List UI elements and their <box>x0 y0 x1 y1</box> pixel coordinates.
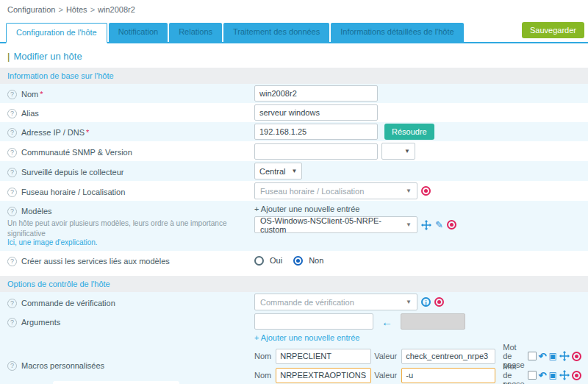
move-icon[interactable] <box>421 220 431 230</box>
field-row-snmp: ? Communauté SNMP & Version ▼ <box>0 141 588 161</box>
macro-value-input[interactable] <box>401 349 495 364</box>
check-command-select[interactable]: Commande de vérification▼ <box>254 294 417 310</box>
help-icon[interactable]: ? <box>7 109 17 118</box>
tab-host-details[interactable]: Informations détaillées de l'hôte <box>331 23 463 42</box>
tab-bar: Configuration de l'hôteNotificationRelat… <box>0 23 588 43</box>
poller-label: Surveillé depuis le collecteur <box>21 168 123 177</box>
breadcrumb-item[interactable]: Configuration <box>7 5 55 14</box>
macro-value-input[interactable] <box>401 368 495 383</box>
help-icon[interactable]: ? <box>7 257 17 266</box>
template-select[interactable]: OS-Windows-NSClient-05-NRPE-custom▼ <box>254 216 417 233</box>
tab-notification[interactable]: Notification <box>109 23 168 42</box>
check-command-label: Commande de vérification <box>21 299 115 307</box>
field-row-address: ? Adresse IP / DNS* Résoudre <box>0 122 588 141</box>
field-row-timezone: ? Fuseau horaire / Localisation Fuseau h… <box>0 181 588 201</box>
help-icon[interactable]: ? <box>7 299 17 308</box>
snmp-label: Communauté SNMP & Version <box>21 148 132 157</box>
password-checkbox[interactable] <box>528 352 537 360</box>
address-input[interactable] <box>254 124 378 140</box>
templates-label: Modèles <box>21 207 52 216</box>
timezone-label: Fuseau horaire / Localisation <box>21 188 125 196</box>
edit-icon[interactable]: ✎ <box>435 220 443 230</box>
field-row-name: ? Nom* <box>0 84 588 103</box>
templates-example-link[interactable]: Ici, une image d'explication. <box>7 238 98 246</box>
macro-row: Nom Valeur Mot de passe ↶ ▣ <box>254 366 581 384</box>
radio-non[interactable] <box>293 256 303 266</box>
help-icon[interactable]: ? <box>7 318 17 327</box>
field-row-arguments: ? Arguments ← <box>0 312 588 331</box>
help-icon[interactable]: ? <box>7 128 17 138</box>
templates-add-entry-link[interactable]: + Ajouter une nouvelle entrée <box>254 205 581 213</box>
alias-input[interactable] <box>254 104 378 121</box>
chevron-down-icon: ▼ <box>404 148 410 154</box>
field-row-poller: ? Surveillé depuis le collecteur Central… <box>0 161 588 181</box>
tab-data-processing[interactable]: Traitement des données <box>223 23 329 42</box>
radio-oui-label: Oui <box>270 256 282 265</box>
section-control-header: Options de contrôle de l'hôte <box>0 276 588 292</box>
field-row-templates: ? Modèles Un hôte peut avoir plusieurs m… <box>0 201 588 251</box>
macro-password-label: Mot de passe <box>503 381 524 384</box>
macro-row: Nom Valeur Mot de passe ↶ ▣ <box>254 346 581 366</box>
chevron-down-icon: ▼ <box>291 168 297 174</box>
help-icon[interactable]: ? <box>7 148 17 157</box>
title-pipe: | <box>7 51 10 62</box>
macro-name-input[interactable] <box>276 368 371 383</box>
macro-name-input[interactable] <box>276 349 371 364</box>
breadcrumb-item-current: win2008r2 <box>98 5 135 14</box>
help-icon[interactable]: ? <box>7 90 17 99</box>
templates-description: Un hôte peut avoir plusieurs modèles, le… <box>7 218 254 238</box>
delete-icon[interactable] <box>572 352 581 361</box>
alias-label: Alias <box>21 109 39 118</box>
breadcrumb-item[interactable]: Hôtes <box>66 5 87 14</box>
help-icon[interactable]: ? <box>7 361 17 371</box>
snmp-community-input[interactable] <box>254 143 378 160</box>
delete-icon[interactable] <box>447 220 456 230</box>
tab-host-configuration[interactable]: Configuration de l'hôte <box>6 23 107 43</box>
macro-value-label: Valeur <box>374 352 397 360</box>
section-basic-header: Information de base sur l'hôte <box>0 68 588 84</box>
poller-select[interactable]: Central▼ <box>254 163 302 179</box>
name-label: Nom <box>21 90 38 99</box>
password-checkbox[interactable] <box>528 371 537 380</box>
delete-icon[interactable] <box>572 371 581 380</box>
help-icon[interactable]: ? <box>7 168 17 177</box>
address-label: Adresse IP / DNS <box>21 128 85 137</box>
snmp-version-select[interactable]: ▼ <box>381 143 415 160</box>
delete-icon[interactable] <box>421 186 431 196</box>
inherit-icon[interactable]: ▣ <box>548 371 556 380</box>
arguments-input[interactable] <box>254 313 373 330</box>
undo-icon[interactable]: ↶ <box>539 371 547 380</box>
arrow-left-icon[interactable]: ← <box>381 316 392 328</box>
help-icon[interactable]: ? <box>7 188 17 197</box>
macros-block: ? Macros personnalisées Hérité depuis un… <box>0 345 588 384</box>
macros-label: Macros personnalisées <box>21 361 104 371</box>
resolve-button[interactable]: Résoudre <box>384 124 434 140</box>
delete-icon[interactable] <box>434 297 444 307</box>
move-icon[interactable] <box>559 370 570 380</box>
required-asterisk: * <box>86 128 89 137</box>
move-icon[interactable] <box>559 351 570 361</box>
radio-non-label: Non <box>309 256 323 265</box>
breadcrumb-separator: > <box>58 5 62 14</box>
macro-name-label: Nom <box>254 371 271 380</box>
breadcrumb: Configuration>Hôtes>win2008r2 <box>0 0 588 17</box>
field-row-create-services: ? Créer aussi les services liés aux modè… <box>0 251 588 270</box>
info-icon[interactable]: i <box>421 297 431 307</box>
argument-description-box <box>401 313 465 330</box>
macro-value-label: Valeur <box>374 371 397 380</box>
timezone-select[interactable]: Fuseau horaire / Localisation▼ <box>254 182 417 199</box>
help-icon[interactable]: ? <box>7 207 17 216</box>
undo-icon[interactable]: ↶ <box>539 352 547 361</box>
macro-add-entry-link[interactable]: + Ajouter une nouvelle entrée <box>0 331 588 345</box>
inherit-icon[interactable]: ▣ <box>548 352 556 360</box>
field-row-alias: ? Alias <box>0 103 588 122</box>
page-title: |Modifier un hôte <box>7 51 588 62</box>
tab-relations[interactable]: Relations <box>169 23 222 42</box>
create-services-label: Créer aussi les services liés aux modèle… <box>21 257 170 266</box>
radio-oui[interactable] <box>254 256 264 266</box>
required-asterisk: * <box>40 90 43 99</box>
save-button[interactable]: Sauvegarder <box>522 22 584 38</box>
arguments-label: Arguments <box>21 318 60 327</box>
chevron-down-icon: ▼ <box>406 221 412 228</box>
name-input[interactable] <box>254 85 378 102</box>
